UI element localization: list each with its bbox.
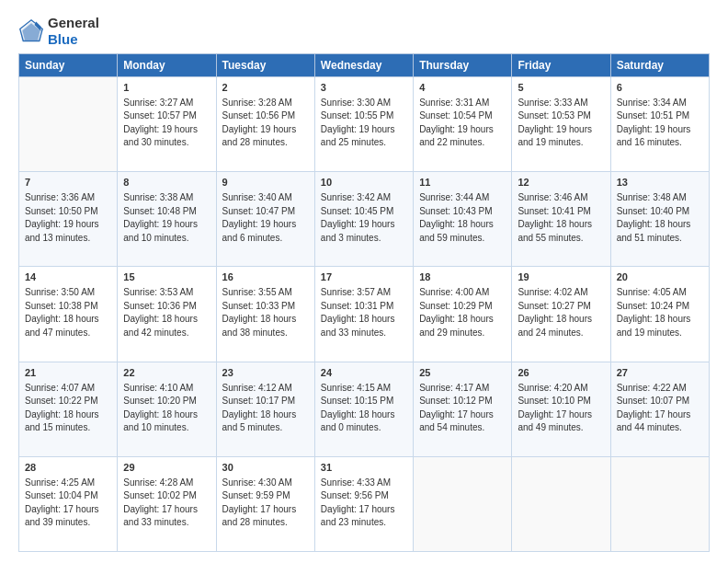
day-info-line: Sunrise: 4:02 AM (518, 286, 604, 300)
calendar-cell: 7Sunrise: 3:36 AMSunset: 10:50 PMDayligh… (19, 172, 118, 267)
day-info-line: Daylight: 19 hours (222, 123, 309, 137)
day-info-line: and 5 minutes. (222, 421, 309, 435)
day-info-line: and 6 minutes. (222, 232, 309, 246)
day-info-line: and 42 minutes. (123, 327, 210, 340)
day-info-line: Daylight: 19 hours (419, 123, 506, 137)
day-info-line: Sunset: 10:10 PM (518, 395, 604, 408)
day-info-line: Sunrise: 4:12 AM (222, 382, 309, 396)
day-info-line: Sunset: 10:36 PM (123, 300, 210, 314)
day-info-line: and 38 minutes. (222, 327, 309, 340)
day-info-line: Daylight: 18 hours (123, 408, 210, 422)
day-number: 8 (123, 176, 210, 190)
day-info-line: and 44 minutes. (617, 421, 703, 435)
week-row-1: 1Sunrise: 3:27 AMSunset: 10:57 PMDayligh… (19, 77, 710, 172)
day-info-line: Sunset: 10:56 PM (222, 109, 309, 123)
day-info-line: Sunset: 10:41 PM (518, 205, 604, 219)
col-header-sunday: Sunday (19, 54, 118, 77)
day-number: 7 (25, 176, 111, 190)
day-info-line: Daylight: 17 hours (25, 503, 111, 517)
day-info-line: Daylight: 18 hours (25, 313, 111, 327)
day-info-line: Sunset: 10:20 PM (123, 395, 210, 408)
day-info-line: Daylight: 18 hours (617, 218, 703, 232)
day-number: 14 (25, 270, 111, 285)
calendar-cell: 26Sunrise: 4:20 AMSunset: 10:10 PMDaylig… (512, 362, 610, 456)
day-info-line: Sunset: 10:48 PM (123, 205, 210, 219)
day-number: 24 (321, 366, 407, 381)
day-info-line: Sunset: 10:45 PM (321, 205, 407, 219)
day-info-line: and 0 minutes. (321, 421, 407, 435)
day-number: 12 (518, 176, 604, 190)
day-number: 2 (222, 81, 309, 96)
col-header-thursday: Thursday (414, 54, 512, 77)
calendar-cell: 21Sunrise: 4:07 AMSunset: 10:22 PMDaylig… (19, 362, 118, 456)
day-info-line: and 13 minutes. (25, 232, 111, 246)
day-number: 15 (123, 270, 210, 285)
day-info-line: Sunset: 10:55 PM (321, 109, 407, 123)
calendar-cell: 16Sunrise: 3:55 AMSunset: 10:33 PMDaylig… (216, 267, 314, 362)
day-number: 22 (123, 366, 210, 381)
day-info-line: Daylight: 18 hours (419, 218, 506, 232)
day-number: 25 (419, 366, 506, 381)
col-header-tuesday: Tuesday (216, 54, 314, 77)
day-info-line: and 54 minutes. (419, 421, 506, 435)
day-info-line: and 47 minutes. (25, 327, 111, 340)
calendar-cell: 1Sunrise: 3:27 AMSunset: 10:57 PMDayligh… (118, 77, 216, 172)
day-info-line: Daylight: 18 hours (222, 408, 309, 422)
calendar-cell: 22Sunrise: 4:10 AMSunset: 10:20 PMDaylig… (118, 362, 216, 456)
day-info-line: Daylight: 18 hours (518, 313, 604, 327)
day-info-line: Daylight: 19 hours (321, 218, 407, 232)
day-number: 16 (222, 270, 309, 285)
day-info-line: Sunrise: 4:05 AM (617, 286, 703, 300)
day-info-line: and 10 minutes. (123, 232, 210, 246)
week-row-2: 7Sunrise: 3:36 AMSunset: 10:50 PMDayligh… (19, 172, 710, 267)
day-info-line: and 24 minutes. (518, 327, 604, 340)
day-info-line: and 33 minutes. (321, 327, 407, 340)
day-info-line: Sunrise: 3:55 AM (222, 286, 309, 300)
day-info-line: Sunset: 10:50 PM (25, 205, 111, 219)
day-info-line: Sunrise: 3:57 AM (321, 286, 407, 300)
day-number: 5 (518, 81, 604, 96)
day-number: 17 (321, 270, 407, 285)
day-info-line: Daylight: 18 hours (518, 218, 604, 232)
day-info-line: Sunrise: 3:42 AM (321, 191, 407, 205)
calendar-cell: 24Sunrise: 4:15 AMSunset: 10:15 PMDaylig… (314, 362, 413, 456)
col-header-saturday: Saturday (610, 54, 709, 77)
day-info-line: Sunrise: 3:30 AM (321, 97, 407, 110)
day-info-line: Sunset: 10:31 PM (321, 300, 407, 314)
calendar-cell: 25Sunrise: 4:17 AMSunset: 10:12 PMDaylig… (414, 362, 512, 456)
calendar-cell: 11Sunrise: 3:44 AMSunset: 10:43 PMDaylig… (414, 172, 512, 267)
day-number: 23 (222, 366, 309, 381)
logo-icon (18, 18, 44, 44)
day-info-line: Sunset: 10:40 PM (617, 205, 703, 219)
day-info-line: Sunrise: 3:53 AM (123, 286, 210, 300)
day-info-line: Daylight: 19 hours (123, 123, 210, 137)
calendar-cell: 13Sunrise: 3:48 AMSunset: 10:40 PMDaylig… (610, 172, 709, 267)
day-number: 27 (617, 366, 703, 381)
day-info-line: Daylight: 17 hours (518, 408, 604, 422)
day-number: 4 (419, 81, 506, 96)
calendar-cell: 17Sunrise: 3:57 AMSunset: 10:31 PMDaylig… (314, 267, 413, 362)
week-row-3: 14Sunrise: 3:50 AMSunset: 10:38 PMDaylig… (19, 267, 710, 362)
day-info-line: Daylight: 18 hours (321, 313, 407, 327)
day-info-line: and 55 minutes. (518, 232, 604, 246)
calendar-cell (414, 456, 512, 551)
calendar-cell: 6Sunrise: 3:34 AMSunset: 10:51 PMDayligh… (610, 77, 709, 172)
day-number: 31 (321, 461, 407, 476)
day-info-line: Sunrise: 4:28 AM (123, 477, 210, 490)
day-info-line: Sunset: 10:33 PM (222, 300, 309, 314)
day-info-line: Sunrise: 4:25 AM (25, 477, 111, 490)
day-info-line: and 29 minutes. (419, 327, 506, 340)
day-info-line: and 28 minutes. (222, 136, 309, 150)
day-info-line: Sunset: 10:57 PM (123, 109, 210, 123)
day-info-line: and 19 minutes. (518, 136, 604, 150)
day-info-line: Daylight: 18 hours (222, 313, 309, 327)
day-number: 29 (123, 461, 210, 476)
day-info-line: and 51 minutes. (617, 232, 703, 246)
day-info-line: and 28 minutes. (222, 516, 309, 530)
day-info-line: Daylight: 19 hours (321, 123, 407, 137)
week-row-5: 28Sunrise: 4:25 AMSunset: 10:04 PMDaylig… (19, 456, 710, 551)
day-info-line: Sunset: 10:54 PM (419, 109, 506, 123)
calendar-cell: 12Sunrise: 3:46 AMSunset: 10:41 PMDaylig… (512, 172, 610, 267)
logo-text: General Blue (48, 15, 99, 48)
day-info-line: Sunrise: 3:48 AM (617, 191, 703, 205)
